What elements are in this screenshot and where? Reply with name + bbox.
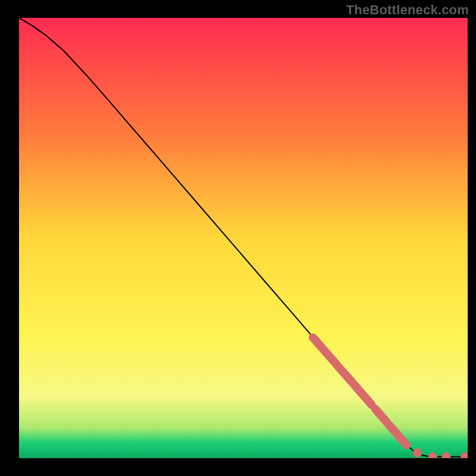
marker-point xyxy=(413,449,422,458)
gradient-background xyxy=(19,18,468,458)
chart-stage: TheBottleneck.com xyxy=(0,0,476,476)
marker-segment xyxy=(389,425,396,433)
chart-plot-area xyxy=(19,18,468,458)
chart-svg xyxy=(19,18,468,458)
watermark-text: TheBottleneck.com xyxy=(346,2,469,18)
